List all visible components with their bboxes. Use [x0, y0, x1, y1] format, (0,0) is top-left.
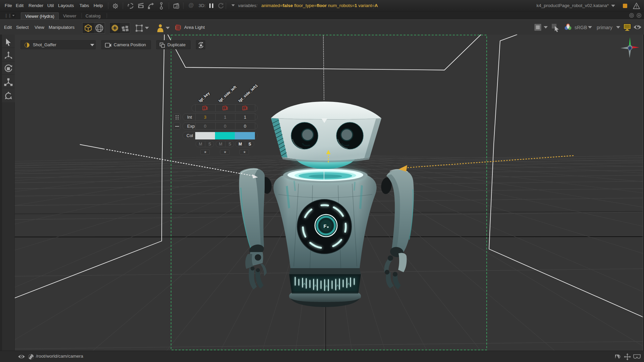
- svg-text:F: F: [324, 224, 327, 229]
